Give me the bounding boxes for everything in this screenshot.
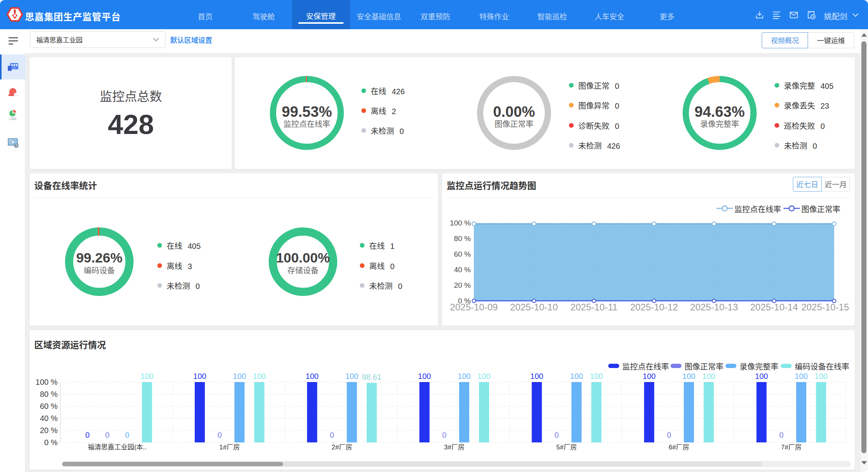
svg-text:0: 0	[125, 429, 129, 440]
svg-text:100: 100	[345, 370, 358, 381]
svg-text:60 %: 60 %	[454, 248, 471, 259]
svg-text:100: 100	[141, 370, 153, 381]
svg-text:100: 100	[702, 370, 715, 381]
svg-text:0: 0	[667, 429, 671, 440]
svg-text:1#厂房: 1#厂房	[219, 442, 240, 451]
svg-text:0: 0	[442, 429, 446, 440]
svg-text:2025-10-10: 2025-10-10	[510, 299, 558, 313]
svg-text:20 %: 20 %	[40, 424, 58, 435]
svg-text:100: 100	[418, 370, 431, 381]
svg-text:0: 0	[105, 429, 109, 440]
svg-text:100: 100	[682, 370, 695, 381]
svg-text:80 %: 80 %	[454, 232, 471, 243]
svg-text:0 %: 0 %	[44, 436, 58, 447]
svg-text:2025-10-15: 2025-10-15	[801, 299, 849, 313]
svg-text:100: 100	[643, 370, 655, 381]
svg-text:100: 100	[530, 370, 543, 381]
svg-text:98.61: 98.61	[362, 371, 381, 382]
svg-text:0: 0	[330, 429, 334, 440]
svg-text:100 %: 100 %	[450, 217, 471, 227]
svg-text:100: 100	[795, 370, 808, 381]
svg-text:60 %: 60 %	[40, 400, 58, 411]
svg-text:100: 100	[458, 370, 470, 381]
svg-text:100: 100	[253, 370, 266, 381]
svg-text:100 %: 100 %	[35, 376, 58, 387]
svg-text:2025-10-13: 2025-10-13	[690, 299, 738, 313]
svg-text:0: 0	[217, 429, 222, 440]
svg-text:7#厂房: 7#厂房	[781, 442, 802, 451]
svg-text:0: 0	[85, 429, 90, 440]
svg-text:100: 100	[233, 370, 246, 381]
svg-text:2#厂房: 2#厂房	[332, 442, 352, 451]
svg-text:6#厂房: 6#厂房	[669, 442, 689, 451]
svg-text:100: 100	[477, 370, 490, 381]
svg-text:2025-10-09: 2025-10-09	[450, 299, 498, 313]
svg-text:2025-10-11: 2025-10-11	[570, 299, 618, 313]
svg-text:0: 0	[555, 429, 559, 440]
svg-text:100: 100	[590, 370, 603, 381]
svg-text:2025-10-14: 2025-10-14	[750, 299, 798, 313]
svg-text:100: 100	[570, 370, 583, 381]
svg-text:5#厂房: 5#厂房	[556, 442, 577, 451]
svg-text:0: 0	[779, 429, 783, 440]
svg-text:100: 100	[306, 370, 319, 381]
svg-text:2025-10-12: 2025-10-12	[630, 299, 678, 313]
svg-text:100: 100	[755, 370, 768, 381]
svg-text:福清思嘉工业园(本..: 福清思嘉工业园(本..	[88, 442, 146, 451]
svg-text:40 %: 40 %	[40, 412, 58, 423]
svg-text:20 %: 20 %	[454, 279, 471, 290]
svg-text:80 %: 80 %	[40, 388, 58, 399]
svg-text:3#厂房: 3#厂房	[444, 442, 465, 451]
svg-text:40 %: 40 %	[454, 264, 471, 274]
svg-text:100: 100	[815, 370, 828, 381]
svg-text:100: 100	[193, 370, 206, 381]
